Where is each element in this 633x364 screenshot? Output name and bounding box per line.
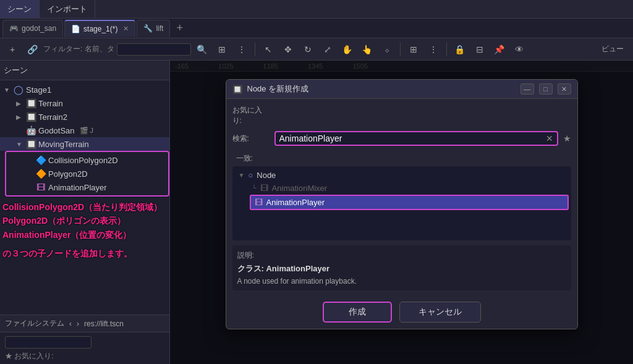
toolbar-more-btn[interactable]: ⋮ — [233, 41, 250, 57]
search-label: 検索: — [232, 133, 270, 144]
tab-icon-lift: 🔧 — [143, 24, 153, 33]
toolbar-view-btn[interactable]: ビュー — [596, 41, 629, 57]
tree-arrow-stage1[interactable]: ▼ — [4, 87, 11, 93]
search-star-btn[interactable]: ★ — [563, 133, 571, 143]
tree-label-movingterrain: MovingTerrain — [38, 140, 89, 149]
tab-lift[interactable]: 🔧 lift — [137, 20, 170, 37]
toolbar-hand-btn[interactable]: 👆 — [359, 41, 376, 57]
node-icon-mixer: 🎞 — [260, 184, 268, 193]
tree-item-polygon2d[interactable]: 🔶 Polygon2D — [7, 167, 167, 180]
cancel-button[interactable]: キャンセル — [399, 302, 481, 323]
tree-label-terrain2: Terrain2 — [38, 112, 67, 122]
filter-label: フィルター: 名前、タ — [43, 44, 114, 54]
dialog-titlebar: 🔲 Node を新規作成 — □ ✕ — [226, 80, 577, 99]
scene-panel-header: シーン — [0, 61, 169, 80]
search-input[interactable] — [279, 133, 543, 143]
tab-icon-godot: 🎮 — [9, 24, 19, 33]
tree-item-animation[interactable]: 🎞 AnimationPlayer — [7, 180, 167, 194]
tree-label-stage1: Stage1 — [26, 85, 51, 95]
filesystem-filter-input[interactable] — [5, 336, 91, 349]
node-tree-item-animationplayer[interactable]: 🎞 AnimationPlayer — [250, 195, 569, 210]
node-arrow-mixer: └ — [252, 185, 257, 192]
toolbar-snap-btn[interactable]: 📌 — [491, 41, 508, 57]
tree-arrow-terrain2[interactable]: ▶ — [16, 114, 23, 121]
node-tree-item-mixer[interactable]: └ 🎞 AnimationMixer — [235, 182, 569, 195]
annotation-block: CollisionPolygon2D（当たり判定領域） Polygon2D（ポリ… — [2, 200, 167, 261]
tree-label-polygon2d: Polygon2D — [48, 169, 88, 179]
dialog-close-btn[interactable]: ✕ — [558, 83, 571, 95]
toolbar-add-btn[interactable]: + — [4, 41, 21, 57]
filesystem-content: ★ お気に入り: — [0, 332, 169, 364]
tree-item-collision[interactable]: 🔷 CollisionPolygon2D — [7, 153, 167, 167]
toolbar-dots-btn[interactable]: ⋮ — [425, 41, 442, 57]
tree-item-terrain[interactable]: ▶ 🔲 Terrain — [0, 96, 169, 110]
toolbar-search-btn[interactable]: 🔍 — [193, 41, 211, 57]
toolbar-link-btn[interactable]: 🔗 — [23, 41, 41, 57]
create-button[interactable]: 作成 — [323, 302, 392, 323]
toolbar-rotate-btn[interactable]: ↻ — [299, 41, 316, 57]
node-icon-animation: 🎞 — [36, 182, 46, 192]
dialog-maximize-btn[interactable]: □ — [539, 83, 553, 95]
toolbar-eye-btn[interactable]: 👁 — [511, 41, 528, 57]
desc-label: 説明: — [237, 250, 566, 261]
filesystem-panel: ファイルシステム ‹ › res://lift.tscn ★ お気に入り: — [0, 315, 169, 364]
tree-label-terrain: Terrain — [38, 99, 63, 108]
search-box: ✕ — [274, 131, 558, 146]
animationplayer-wrapper: 🎞 AnimationPlayer — [250, 195, 569, 210]
tab-godot-san[interactable]: 🎮 godot_san — [2, 20, 63, 37]
tab-add-button[interactable]: + — [171, 22, 188, 35]
nav-forward[interactable]: › — [77, 320, 79, 328]
dialog-minimize-btn[interactable]: — — [520, 83, 534, 95]
toolbar-cursor-btn[interactable]: ↖ — [260, 41, 277, 57]
toolbar-sep-1 — [255, 43, 255, 56]
favorites-label: ★ お気に入り: — [5, 351, 164, 362]
toolbar-lock-btn[interactable]: 🔒 — [451, 41, 469, 57]
node-icon-polygon2d: 🔶 — [36, 169, 46, 179]
tab-stage1[interactable]: 📄 stage_1(*) ✕ — [64, 20, 135, 37]
dialog-content: お気に入り: 検索: ✕ ★ 一致: — [226, 99, 577, 297]
toolbar-grid-btn[interactable]: ⊞ — [213, 41, 231, 57]
node-icon-terrain2: 🔲 — [26, 112, 36, 122]
annotation-line-4: の３つの子ノードを追加します。 — [2, 247, 167, 260]
godotsan-extra: 🎬 J — [80, 127, 94, 135]
menu-import[interactable]: インポート — [40, 0, 95, 18]
match-section: 一致: ▼ ○ Node └ — [232, 151, 571, 240]
toolbar-move-btn[interactable]: ✥ — [279, 41, 297, 57]
scene-tree: ▼ ◯ Stage1 ▶ 🔲 Terrain ▶ 🔲 Terrain2 — [0, 80, 169, 315]
node-label-animationplayer: AnimationPlayer — [266, 198, 325, 207]
tree-item-movingterrain[interactable]: ▼ 🔲 MovingTerrain — [0, 137, 169, 151]
tab-label-lift: lift — [156, 24, 163, 33]
tab-close-stage[interactable]: ✕ — [123, 25, 129, 33]
menu-scene[interactable]: シーン — [0, 0, 40, 18]
dialog-title: Node を新規作成 — [247, 83, 516, 95]
node-tree: ▼ ○ Node └ 🎞 AnimationMixer — [232, 166, 571, 240]
favorites-label: お気に入り: — [232, 105, 270, 126]
toolbar-pan-btn[interactable]: ✋ — [339, 41, 356, 57]
tree-item-stage1[interactable]: ▼ ◯ Stage1 — [0, 83, 169, 96]
search-clear-btn[interactable]: ✕ — [546, 133, 553, 143]
node-tree-item-node[interactable]: ▼ ○ Node — [235, 169, 569, 182]
node-label-node: Node — [257, 171, 276, 180]
nav-back[interactable]: ‹ — [69, 320, 72, 328]
toolbar-scale-btn[interactable]: ⤢ — [319, 41, 336, 57]
toolbar-grid2-btn[interactable]: ⊞ — [405, 41, 422, 57]
filesystem-title: ファイルシステム — [5, 318, 64, 329]
toolbar-pivot-btn[interactable]: ⬦ — [378, 41, 396, 57]
filesystem-path: res://lift.tscn — [84, 320, 124, 328]
tree-label-godotsan: GodotSan — [38, 126, 75, 135]
dialog-overlay: 🔲 Node を新規作成 — □ ✕ お気に入り: 検索: — [170, 61, 633, 364]
tree-item-terrain2[interactable]: ▶ 🔲 Terrain2 — [0, 110, 169, 124]
highlighted-children-box: 🔷 CollisionPolygon2D 🔶 Polygon2D 🎞 Anima… — [5, 151, 169, 197]
dialog-icon: 🔲 — [232, 85, 242, 94]
tree-item-godotsan[interactable]: 🤖 GodotSan 🎬 J — [0, 124, 169, 137]
tree-arrow-movingterrain[interactable]: ▼ — [16, 141, 23, 148]
node-icon-terrain: 🔲 — [26, 98, 36, 108]
scene-panel-title: シーン — [4, 65, 28, 76]
node-icon-collision: 🔷 — [36, 155, 46, 165]
filter-input[interactable] — [117, 43, 191, 56]
tree-arrow-terrain[interactable]: ▶ — [16, 100, 23, 107]
description-section: 説明: クラス: AnimationPlayer A node used for… — [232, 245, 571, 290]
toolbar-group-btn[interactable]: ⊟ — [471, 41, 488, 57]
node-icon-stage1: ◯ — [14, 85, 23, 95]
desc-class-prefix: クラス: — [237, 264, 266, 273]
